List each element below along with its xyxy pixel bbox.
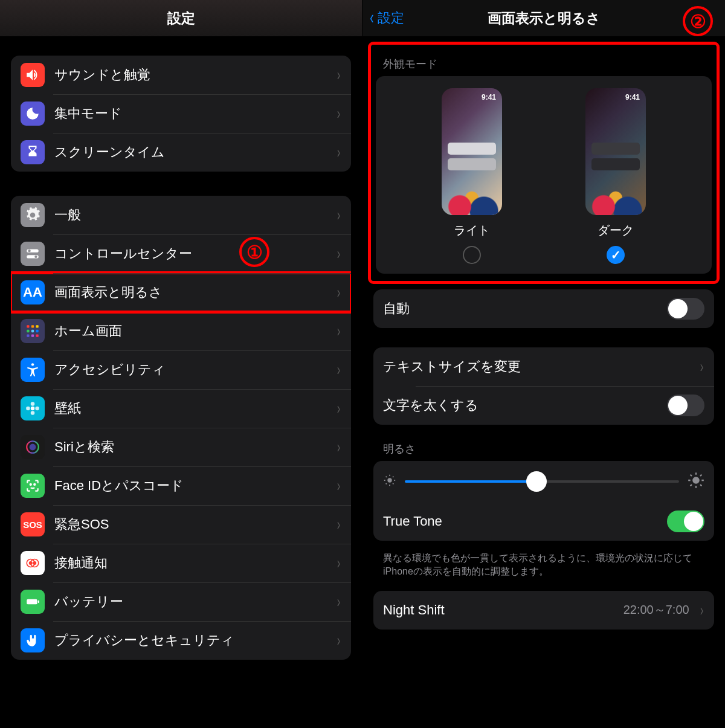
svg-point-21 [30, 484, 31, 485]
moon-icon [21, 101, 45, 126]
row-faceid[interactable]: Face IDとパスコード › [11, 466, 351, 505]
siri-icon [21, 435, 45, 459]
back-label: 設定 [378, 9, 404, 27]
auto-label: 自動 [383, 300, 657, 318]
row-wallpaper[interactable]: 壁紙 › [11, 389, 351, 428]
row-label: 集中モード [54, 105, 326, 123]
row-label: ホーム画面 [54, 322, 326, 340]
appearance-header: 外観モード [371, 45, 717, 76]
svg-point-25 [30, 562, 32, 564]
row-siri[interactable]: Siriと検索 › [11, 428, 351, 466]
brightness-group: True Tone [373, 461, 714, 541]
row-label: 一般 [54, 206, 326, 224]
row-label: 壁紙 [54, 399, 326, 417]
row-bold-text: 文字を太くする [373, 386, 714, 425]
chevron-right-icon: › [337, 205, 341, 225]
row-night-shift[interactable]: Night Shift 22:00～7:00 › [373, 591, 714, 630]
row-true-tone: True Tone [373, 502, 714, 541]
row-privacy[interactable]: プライバシーとセキュリティ › [11, 621, 351, 660]
battery-icon [21, 590, 45, 614]
toggle-bold-text[interactable] [667, 395, 704, 416]
row-focus[interactable]: 集中モード › [11, 94, 351, 133]
svg-point-20 [30, 444, 36, 451]
settings-group-1: サウンドと触覚 › 集中モード › スクリーンタイム › [11, 56, 351, 172]
back-button[interactable]: ‹ 設定 [369, 8, 404, 28]
text-size-icon: AA [21, 280, 45, 304]
svg-point-13 [31, 363, 34, 366]
svg-point-17 [26, 407, 30, 411]
svg-point-38 [692, 477, 700, 484]
chevron-right-icon: › [337, 143, 341, 162]
chevron-left-icon: ‹ [370, 7, 373, 27]
row-sound[interactable]: サウンドと触覚 › [11, 56, 351, 94]
row-sos[interactable]: SOS 緊急SOS › [11, 505, 351, 544]
settings-title: 設定 [167, 9, 195, 28]
chevron-right-icon: › [337, 592, 341, 611]
night-shift-value: 22:00～7:00 [624, 602, 689, 618]
preview-time: 9:41 [482, 93, 496, 101]
row-label: サウンドと触覚 [54, 66, 326, 84]
speaker-icon [21, 63, 45, 87]
svg-point-26 [33, 562, 36, 564]
preview-time: 9:41 [625, 93, 640, 101]
mode-label-dark: ダーク [598, 222, 634, 239]
night-shift-group: Night Shift 22:00～7:00 › [373, 591, 714, 630]
svg-line-44 [700, 485, 701, 486]
row-control-center[interactable]: コントロールセンター › [11, 234, 351, 273]
svg-line-34 [386, 477, 387, 477]
radio-light[interactable] [463, 246, 481, 264]
preview-dark: 9:41 [585, 88, 646, 215]
chevron-right-icon: › [337, 321, 341, 341]
accessibility-icon [21, 358, 45, 382]
toggle-auto[interactable] [667, 298, 704, 320]
svg-point-16 [31, 411, 35, 415]
appearance-mode-dark[interactable]: 9:41 ダーク [585, 88, 646, 264]
row-general[interactable]: 一般 › [11, 196, 351, 234]
mode-label-light: ライト [454, 222, 490, 239]
chevron-right-icon: › [337, 283, 341, 302]
face-id-icon [21, 474, 45, 498]
row-text-size[interactable]: テキストサイズを変更 › [373, 347, 714, 386]
auto-group: 自動 [373, 289, 714, 328]
display-title: 画面表示と明るさ [488, 9, 601, 28]
svg-line-45 [691, 485, 692, 486]
row-label: スクリーンタイム [54, 143, 326, 161]
chevron-right-icon: › [700, 357, 704, 376]
row-home-screen[interactable]: ホーム画面 › [11, 312, 351, 350]
hourglass-icon [21, 140, 45, 164]
row-screentime[interactable]: スクリーンタイム › [11, 133, 351, 172]
row-exposure[interactable]: 接触通知 › [11, 544, 351, 582]
svg-point-2 [28, 250, 30, 252]
row-auto: 自動 [373, 289, 714, 328]
display-header: ‹ 設定 画面表示と明るさ [362, 0, 725, 36]
row-label: 画面表示と明るさ [54, 283, 326, 301]
brightness-slider[interactable] [405, 480, 679, 483]
svg-rect-7 [27, 330, 29, 332]
row-accessibility[interactable]: アクセシビリティ › [11, 350, 351, 389]
chevron-right-icon: › [337, 360, 341, 379]
bold-text-label: 文字を太くする [383, 396, 657, 414]
row-display-brightness[interactable]: AA 画面表示と明るさ › [11, 273, 351, 312]
chevron-right-icon: › [700, 601, 704, 620]
row-battery[interactable]: バッテリー › [11, 582, 351, 621]
row-label: 緊急SOS [54, 515, 326, 533]
gear-icon [21, 203, 45, 227]
row-label: Face IDとパスコード [54, 477, 326, 495]
svg-line-46 [700, 475, 701, 476]
row-label: プライバシーとセキュリティ [54, 631, 326, 649]
sun-large-icon [688, 472, 704, 491]
text-group: テキストサイズを変更 › 文字を太くする [373, 347, 714, 425]
chevron-right-icon: › [337, 399, 341, 418]
appearance-mode-light[interactable]: 9:41 ライト [442, 88, 502, 264]
radio-dark[interactable] [607, 246, 625, 264]
annotation-step-1: ① [239, 237, 269, 267]
settings-header: 設定 [0, 0, 362, 36]
toggle-true-tone[interactable] [667, 511, 704, 532]
flower-icon [21, 396, 45, 420]
row-label: Siriと検索 [54, 438, 326, 456]
preview-light: 9:41 [442, 88, 502, 215]
text-size-label: テキストサイズを変更 [383, 358, 689, 376]
apps-grid-icon [21, 319, 45, 343]
true-tone-label: True Tone [383, 514, 657, 529]
svg-rect-4 [27, 325, 29, 327]
